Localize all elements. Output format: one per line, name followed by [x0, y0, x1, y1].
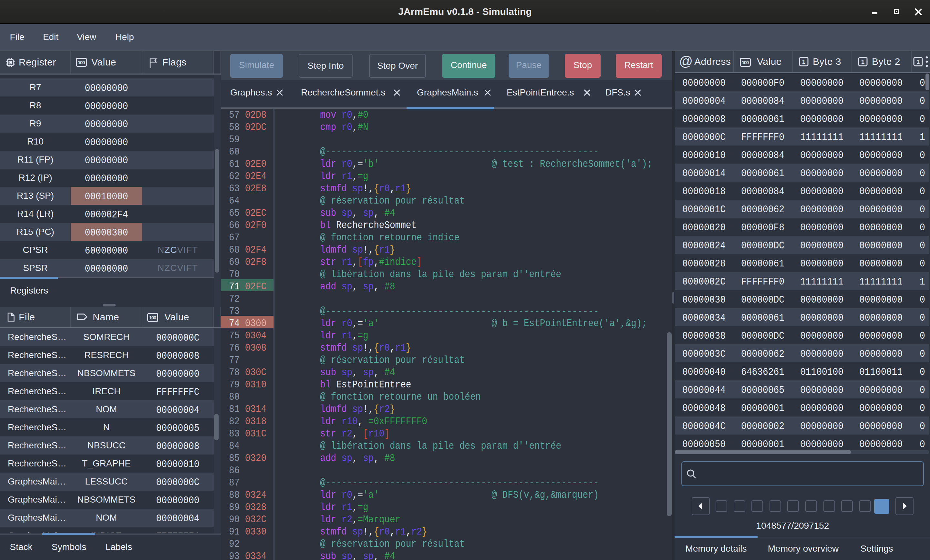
svg-text:1: 1	[861, 59, 864, 65]
svg-text:100: 100	[78, 60, 85, 65]
svg-text:100: 100	[149, 315, 156, 320]
svg-text:1: 1	[802, 59, 805, 65]
svg-text:100: 100	[742, 60, 749, 65]
svg-text:1: 1	[916, 59, 920, 65]
